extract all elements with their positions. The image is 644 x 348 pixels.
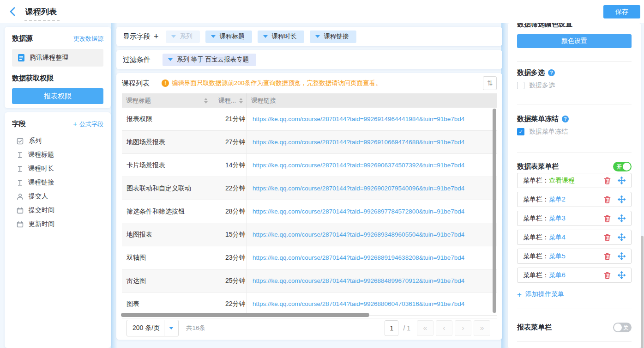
course-link[interactable]: https://ke.qq.com/course/2870144?taid=99… (253, 277, 464, 284)
move-icon[interactable] (618, 252, 626, 260)
display-field-tag[interactable]: 课程链接 (310, 31, 356, 43)
display-field-tag[interactable]: 课程标题 (205, 31, 252, 43)
display-field-tag[interactable]: 课程时长 (258, 31, 304, 43)
first-page-button[interactable]: « (417, 320, 433, 336)
help-icon[interactable]: ? (548, 69, 555, 76)
cell-course-duration: 23分钟 (214, 246, 247, 269)
sort-toggle-button[interactable]: ⇅ (483, 76, 497, 90)
cell-course-link: https://ke.qq.com/course/2870144?taid=99… (247, 108, 497, 130)
menu-freeze-heading: 数据菜单冻结 (517, 115, 559, 123)
cell-course-link: https://ke.qq.com/course/2870144?taid=99… (247, 177, 497, 200)
page-number-input[interactable]: 1 (385, 320, 398, 336)
permission-heading: 数据获取权限 (12, 74, 103, 83)
display-field-tag[interactable]: 系列 (166, 31, 200, 43)
select-field-icon (17, 138, 24, 145)
multi-select-checkbox-row[interactable]: 数据多选 (517, 81, 632, 90)
field-label: 更新时间 (29, 220, 54, 228)
report-menubar-toggle-off[interactable]: 关 (613, 323, 632, 332)
last-page-button[interactable]: » (474, 320, 490, 336)
menu-bar-item[interactable]: 菜单栏：菜单3 (517, 211, 632, 226)
datasource-item[interactable]: 腾讯课程整理 (12, 49, 103, 67)
menu-item-prefix: 菜单栏： (523, 252, 549, 261)
cell-course-title: 雷达图 (122, 269, 214, 292)
course-link[interactable]: https://ke.qq.com/course/2870144?taid=99… (253, 116, 464, 122)
course-link[interactable]: https://ke.qq.com/course/2870144?taid=99… (253, 300, 464, 307)
field-item[interactable]: 系列 (12, 134, 103, 148)
fields-card: 字段 +公式字段 系列课程标题课程时长课程链接提交人提交时间更新时间 (5, 112, 111, 348)
window-scrollbar[interactable] (641, 236, 644, 348)
horizontal-scrollbar[interactable] (121, 313, 369, 317)
delete-icon[interactable] (604, 177, 611, 184)
prev-page-button[interactable]: ‹ (436, 320, 452, 336)
next-page-button[interactable]: › (455, 320, 471, 336)
checkbox-checked[interactable]: ✓ (517, 128, 524, 135)
sort-arrows-icon[interactable] (239, 98, 243, 104)
delete-icon[interactable] (604, 272, 611, 279)
cell-course-title: 图表联动和自定义联动 (122, 177, 214, 200)
person-field-icon (17, 193, 24, 200)
menu-bar-item[interactable]: 菜单栏：菜单5 (517, 249, 632, 264)
change-datasource-link[interactable]: 更改数据源 (73, 35, 103, 43)
move-icon[interactable] (618, 177, 626, 184)
course-link[interactable]: https://ke.qq.com/course/2870144?taid=99… (253, 185, 464, 192)
field-item[interactable]: 课程时长 (12, 162, 103, 176)
field-item[interactable]: 课程标题 (12, 148, 103, 162)
menu-bar-item[interactable]: 菜单栏：查看课程 (517, 173, 632, 188)
add-action-menu-link[interactable]: + 添加操作菜单 (517, 290, 632, 299)
table-menubar-toggle-on[interactable]: 开 (613, 162, 632, 171)
add-display-field-button[interactable]: + (154, 32, 159, 41)
report-menubar-heading: 报表菜单栏 (517, 323, 552, 332)
course-table-card: 课程列表 ! 编辑界面只取数据源前200条作为查询数据预览，完整数据请访问页面查… (116, 73, 502, 340)
chevron-down-icon (168, 58, 173, 61)
document-icon (17, 54, 25, 62)
delete-icon[interactable] (604, 215, 611, 222)
menu-item-name: 菜单3 (549, 214, 566, 223)
course-link[interactable]: https://ke.qq.com/course/2870144?taid=99… (253, 231, 464, 238)
display-field-tags: 系列课程标题课程时长课程链接 (166, 31, 356, 43)
move-icon[interactable] (618, 233, 626, 241)
field-label: 系列 (29, 137, 42, 145)
menu-bar-item[interactable]: 菜单栏：菜单6 (517, 268, 632, 283)
table-row: 筛选条件和筛选按钮28分钟https://ke.qq.com/course/28… (122, 200, 497, 223)
field-item[interactable]: 提交时间 (12, 203, 103, 217)
formula-field-link[interactable]: +公式字段 (73, 120, 103, 128)
menu-bar-item[interactable]: 菜单栏：菜单2 (517, 192, 632, 207)
field-item[interactable]: 更新时间 (12, 217, 103, 231)
field-label: 提交时间 (29, 206, 54, 214)
sort-arrows-icon[interactable] (204, 98, 208, 104)
delete-icon[interactable] (604, 253, 611, 260)
color-settings-button[interactable]: 颜色设置 (517, 34, 632, 48)
calendar-field-icon (17, 207, 24, 214)
chevron-down-icon (171, 35, 176, 38)
course-link[interactable]: https://ke.qq.com/course/2870144?taid=99… (253, 139, 464, 146)
calendar-field-icon (17, 221, 24, 228)
pagination-bar: 200 条/页 共16条 1 / 1 « ‹ › » (122, 318, 497, 337)
menu-bar-item[interactable]: 菜单栏：菜单4 (517, 230, 632, 245)
checkbox-unchecked[interactable] (517, 82, 524, 89)
filter-condition-tag[interactable]: 系列 等于 百宝云报表专题 (163, 54, 256, 66)
move-icon[interactable] (618, 214, 626, 222)
report-permission-button[interactable]: 报表权限 (12, 88, 103, 104)
field-item[interactable]: 课程链接 (12, 176, 103, 189)
save-button[interactable]: 保存 (603, 5, 640, 18)
divider (517, 341, 632, 342)
move-icon[interactable] (618, 271, 626, 279)
table-row: 地图场景报表27分钟https://ke.qq.com/course/28701… (122, 131, 497, 154)
field-label: 课程时长 (28, 165, 54, 173)
field-item[interactable]: 提交人 (12, 189, 103, 203)
course-link[interactable]: https://ke.qq.com/course/2870144?taid=99… (253, 162, 464, 169)
delete-icon[interactable] (604, 196, 611, 203)
course-link[interactable]: https://ke.qq.com/course/2870144?taid=99… (253, 208, 464, 215)
cell-course-title: 卡片场景报表 (122, 154, 214, 177)
course-link[interactable]: https://ke.qq.com/course/2870144?taid=99… (253, 254, 464, 261)
move-icon[interactable] (618, 195, 626, 203)
table-vertical-scrollbar[interactable] (493, 109, 496, 313)
page-size-select[interactable]: 200 条/页 (126, 320, 179, 336)
menu-item-name: 菜单4 (549, 233, 566, 242)
menu-freeze-checkbox-row[interactable]: ✓ 数据菜单冻结 (517, 128, 632, 136)
cell-course-title: 双轴图 (122, 246, 214, 269)
back-icon[interactable] (9, 6, 18, 17)
table-warning: ! 编辑界面只取数据源前200条作为查询数据预览，完整数据请访问页面查看。 (162, 79, 382, 87)
help-icon[interactable]: ? (562, 116, 569, 122)
delete-icon[interactable] (604, 234, 611, 241)
